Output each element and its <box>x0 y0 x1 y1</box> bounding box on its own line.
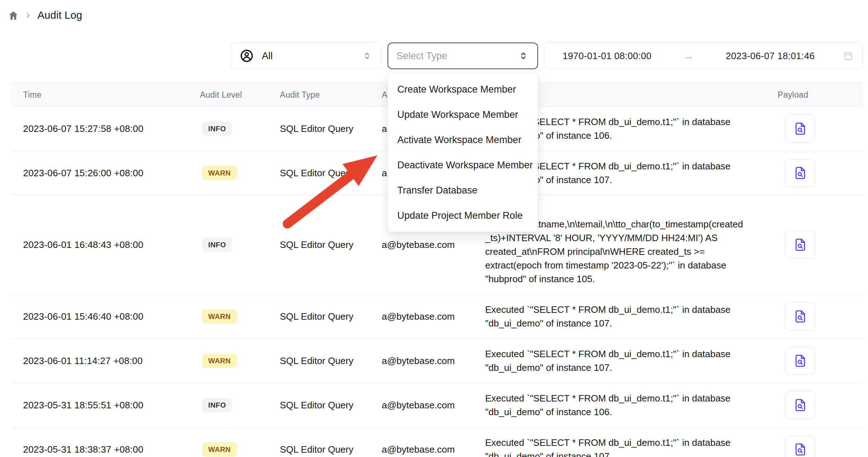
cell-time: 2023-05-31 18:38:37 +08:00 <box>11 444 200 455</box>
chevron-right-icon <box>24 12 32 19</box>
dropdown-item[interactable]: Update Project Member Role <box>388 203 538 228</box>
col-header-audit-level: Audit Level <box>200 90 280 100</box>
arrow-right-icon: → <box>683 50 694 62</box>
table-row: 2023-05-31 18:55:51 +08:00 INFO SQL Edit… <box>11 383 863 427</box>
cell-time: 2023-05-31 18:55:51 +08:00 <box>11 400 200 411</box>
type-filter-placeholder: Select Type <box>397 50 447 62</box>
dropdown-item[interactable]: Transfer Database <box>388 178 538 203</box>
type-filter-select[interactable]: Select Type <box>388 43 538 69</box>
dropdown-item[interactable]: Activate Workspace Member <box>388 127 538 152</box>
chevron-updown-icon <box>362 50 372 61</box>
cell-audit-type: SQL Editor Query <box>280 239 382 250</box>
date-range-picker[interactable]: 1970-01-01 08:00:00 → 2023-06-07 18:01:4… <box>544 43 863 69</box>
table-row: 2023-05-31 18:38:37 +08:00 WARN SQL Edit… <box>11 427 863 457</box>
cell-audit-type: SQL Editor Query <box>280 311 382 322</box>
table-row: 2023-06-01 15:46:40 +08:00 WARN SQL Edit… <box>11 294 863 339</box>
cell-actor: a@bytebase.com <box>382 400 485 411</box>
cell-actor: a@bytebase.com <box>382 311 485 322</box>
cell-comment: Executed `"SELECT * FROM db_ui_demo.t1;"… <box>485 339 773 383</box>
file-search-icon <box>792 397 808 413</box>
col-header-payload: Payload <box>773 90 863 100</box>
view-payload-button[interactable] <box>785 391 815 419</box>
cell-actor: a@bytebase.com <box>382 355 485 367</box>
view-payload-button[interactable] <box>785 115 815 143</box>
cell-comment: Executed `"SELECT * FROM db_ui_demo.t1;"… <box>485 383 773 427</box>
cell-actor: a@bytebase.com <box>382 444 485 455</box>
cell-time: 2023-06-01 16:48:43 +08:00 <box>11 239 200 250</box>
cell-time: 2023-06-07 15:26:00 +08:00 <box>11 168 200 179</box>
calendar-icon <box>843 50 854 61</box>
cell-audit-type: SQL Editor Query <box>280 444 382 455</box>
view-payload-button[interactable] <box>785 231 815 259</box>
cell-time: 2023-06-07 15:27:58 +08:00 <box>11 123 200 134</box>
file-search-icon <box>792 165 808 181</box>
cell-audit-type: SQL Editor Query <box>280 168 382 179</box>
actor-filter-value: All <box>262 50 273 62</box>
audit-level-badge: INFO <box>202 238 232 252</box>
audit-level-badge: WARN <box>202 442 237 457</box>
cell-time: 2023-06-01 15:46:40 +08:00 <box>11 311 200 322</box>
filter-bar: All Select Type 1970-01-01 08:00:00 → 20… <box>231 43 863 69</box>
view-payload-button[interactable] <box>785 159 815 187</box>
type-dropdown-menu: Create Workspace MemberUpdate Workspace … <box>388 73 538 232</box>
file-search-icon <box>792 121 808 137</box>
cell-audit-type: SQL Editor Query <box>280 355 382 367</box>
actor-filter-select[interactable]: All <box>231 43 381 69</box>
user-circle-icon <box>240 49 254 63</box>
view-payload-button[interactable] <box>785 435 815 457</box>
audit-log-page: Audit Log All Select Type 1970-01 <box>0 0 868 457</box>
cell-actor: a@bytebase.com <box>382 239 485 250</box>
cell-audit-type: SQL Editor Query <box>280 123 382 134</box>
dropdown-item[interactable]: Create Workspace Member <box>388 77 538 102</box>
audit-level-badge: INFO <box>202 121 232 136</box>
file-search-icon <box>792 237 808 253</box>
dropdown-item[interactable]: Update Workspace Member <box>388 102 538 127</box>
col-header-audit-type: Audit Type <box>280 90 382 100</box>
view-payload-button[interactable] <box>785 302 815 330</box>
file-search-icon <box>792 442 808 457</box>
view-payload-button[interactable] <box>785 347 815 375</box>
file-search-icon <box>792 309 808 324</box>
audit-level-badge: INFO <box>202 398 232 412</box>
breadcrumb: Audit Log <box>8 9 82 21</box>
cell-comment: Executed `"SELECT * FROM db_ui_demo.t1;"… <box>485 427 773 457</box>
audit-level-badge: WARN <box>202 309 237 324</box>
file-search-icon <box>792 353 808 369</box>
audit-level-badge: WARN <box>202 166 237 180</box>
dropdown-item[interactable]: Deactivate Workspace Member <box>388 152 538 178</box>
page-title: Audit Log <box>37 9 82 21</box>
audit-level-badge: WARN <box>202 354 237 368</box>
cell-audit-type: SQL Editor Query <box>280 400 382 411</box>
cell-comment: Executed `"SELECT * FROM db_ui_demo.t1;"… <box>485 294 773 338</box>
table-row: 2023-06-01 11:14:27 +08:00 WARN SQL Edit… <box>11 339 863 383</box>
date-range-start[interactable]: 1970-01-01 08:00:00 <box>563 50 652 62</box>
chevron-updown-icon <box>518 50 529 62</box>
date-range-end[interactable]: 2023-06-07 18:01:46 <box>726 50 815 62</box>
col-header-time: Time <box>11 90 200 100</box>
home-icon[interactable] <box>8 10 19 21</box>
cell-time: 2023-06-01 11:14:27 +08:00 <box>11 355 200 367</box>
